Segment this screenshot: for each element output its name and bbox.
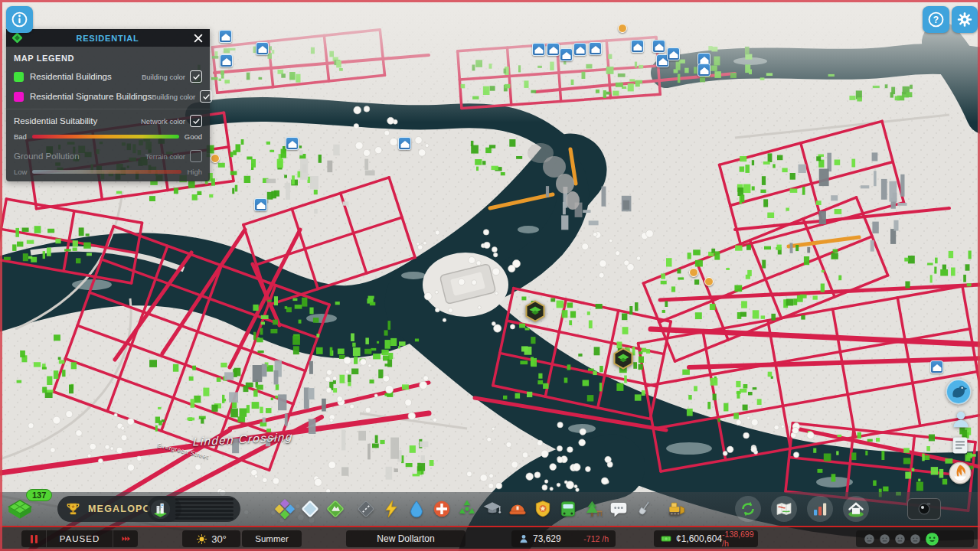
garbage-tool-button[interactable]	[457, 499, 477, 519]
police-icon	[533, 499, 553, 519]
legend-checkbox[interactable]	[200, 90, 212, 103]
residential-zone-icon	[11, 32, 23, 44]
education-icon	[482, 499, 502, 519]
gradient-bar	[32, 135, 179, 139]
electricity-tool-button[interactable]	[381, 499, 401, 519]
legend-label: Residential Suitability	[14, 116, 141, 126]
money-value: ¢1,600,604	[676, 533, 722, 544]
pause-button[interactable]	[21, 530, 46, 547]
terraforming-icon	[634, 499, 654, 519]
parks-recreation-tool-button[interactable]	[583, 499, 603, 519]
healthcare-icon	[432, 499, 452, 519]
radio-icon	[949, 461, 972, 484]
status-bar: PAUSED 30° Summer New Dollarton 73,629 -…	[0, 526, 980, 551]
parks-recreation-icon	[583, 499, 603, 519]
info-views-icon	[775, 500, 793, 518]
fast-forward-button[interactable]	[113, 530, 138, 547]
roads-tool-button[interactable]	[356, 499, 376, 519]
demand-bars	[175, 498, 234, 520]
legend-checkbox[interactable]	[190, 150, 202, 162]
followers-icon	[950, 409, 972, 430]
city-name-widget[interactable]: New Dollarton	[346, 530, 466, 547]
zoning-demand-widget[interactable]	[147, 496, 240, 522]
close-icon[interactable]	[192, 32, 204, 44]
transportation-tool-button[interactable]	[558, 499, 578, 519]
areas-icon	[300, 499, 320, 519]
money-widget[interactable]: ¢1,600,604 -138,699 /h	[654, 530, 758, 547]
scale-max-label: Good	[185, 132, 202, 141]
simulation-state-label: PAUSED	[46, 530, 113, 547]
help-button[interactable]: ?	[923, 6, 949, 33]
money-banknote-icon	[660, 533, 672, 544]
progression-icon	[739, 500, 757, 518]
neutral-face-icon	[910, 533, 921, 545]
demand-bar	[175, 517, 234, 520]
population-rate: -712 /h	[583, 534, 609, 543]
progression-tool-button[interactable]	[735, 496, 761, 522]
legend-mode-label: Terrain color	[145, 152, 185, 161]
legend-row: Residential SuitabilityNetwork color	[6, 109, 210, 131]
panel-title: RESIDENTIAL	[23, 34, 192, 43]
communications-tool-button[interactable]	[609, 499, 629, 519]
population-value: 73,629	[533, 533, 561, 544]
terraforming-tool-button[interactable]	[634, 499, 654, 519]
photo-mode-tool-button[interactable]	[907, 498, 941, 520]
season-label: Summer	[255, 534, 288, 543]
city-name: New Dollarton	[377, 533, 434, 544]
electricity-icon	[381, 499, 401, 519]
city-info-icon	[847, 500, 865, 518]
areas-tool-button[interactable]	[300, 499, 320, 519]
chirper-button[interactable]	[946, 379, 972, 405]
toolbar-tools	[270, 492, 941, 526]
island	[423, 253, 508, 317]
legend-mode-label: Building color	[152, 93, 195, 101]
demand-bar	[175, 510, 234, 513]
legend-label: Residential Signature Buildings	[30, 92, 152, 101]
fire-rescue-tool-button[interactable]	[508, 499, 528, 519]
demand-bar	[175, 506, 234, 509]
bulldozer-tool-button[interactable]	[666, 499, 686, 519]
statistics-icon	[811, 500, 829, 518]
svg-text:?: ?	[933, 15, 939, 25]
legend-mode-label: Building color	[142, 73, 185, 81]
transportation-icon	[558, 499, 578, 519]
legend-gradient-scale: LowHigh	[6, 166, 210, 181]
legend-row: Residential Signature BuildingsBuilding …	[6, 86, 210, 106]
settings-button[interactable]	[952, 6, 978, 33]
journal-button[interactable]	[949, 435, 971, 456]
education-tool-button[interactable]	[482, 499, 502, 519]
water-sewage-tool-button[interactable]	[407, 499, 426, 519]
milestone-level-badge[interactable]: 137	[6, 489, 52, 526]
demand-buildings-icon	[150, 499, 171, 520]
bulldozer-icon	[666, 499, 686, 519]
radio-button[interactable]	[949, 461, 972, 484]
chirper-icon	[946, 379, 972, 405]
landscaping-icon	[325, 499, 345, 519]
healthcare-tool-button[interactable]	[432, 499, 452, 519]
temperature-widget[interactable]: 30°	[182, 530, 240, 547]
followers-button[interactable]	[950, 409, 972, 430]
scale-min-label: Low	[14, 168, 27, 176]
season-widget[interactable]: Summer	[242, 530, 302, 547]
legend-swatch	[14, 72, 24, 82]
landscaping-tool-button[interactable]	[325, 499, 345, 519]
statistics-tool-button[interactable]	[807, 496, 833, 522]
city-tiles-icon	[8, 498, 32, 523]
info-views-tool-button[interactable]	[771, 496, 797, 522]
info-button[interactable]	[6, 6, 33, 33]
legend-checkbox[interactable]	[190, 115, 202, 127]
city-info-tool-button[interactable]	[843, 496, 869, 522]
population-widget[interactable]: 73,629 -712 /h	[511, 530, 616, 547]
zoning-tool-button[interactable]	[275, 499, 295, 519]
demand-bar	[175, 498, 234, 501]
main-toolbar: 137 MEGALOPOLIS	[0, 492, 980, 526]
legend-checkbox[interactable]	[190, 70, 202, 83]
happiness-widget[interactable]	[856, 530, 974, 547]
level-number: 137	[26, 489, 52, 501]
police-tool-button[interactable]	[533, 499, 553, 519]
zoning-icon	[275, 499, 295, 519]
temperature-value: 30°	[211, 533, 227, 545]
map-legend-heading: MAP LEGEND	[6, 47, 210, 67]
sun-icon	[196, 533, 207, 545]
journal-icon	[949, 435, 971, 456]
